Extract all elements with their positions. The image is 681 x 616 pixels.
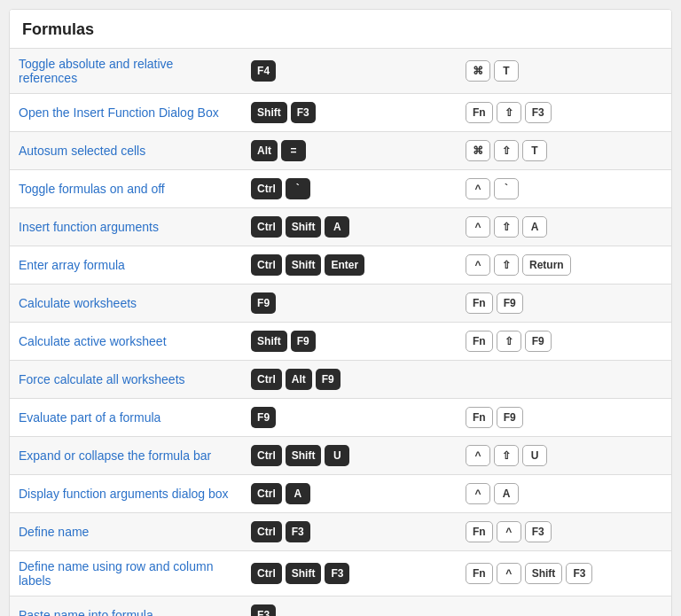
- key-badge: Ctrl: [251, 178, 282, 199]
- key-badge: F9: [291, 331, 316, 352]
- primary-keys: CtrlShiftA: [242, 208, 457, 246]
- table-row: Force calculate all worksheetsCtrlAltF9: [10, 361, 671, 399]
- alt-key-badge: T: [522, 140, 547, 161]
- key-badge: F4: [251, 60, 276, 82]
- alt-key-badge: Fn: [466, 331, 493, 352]
- key-badge: U: [325, 445, 349, 466]
- key-badge: Ctrl: [251, 521, 282, 542]
- alt-key-badge: Fn: [466, 407, 493, 428]
- alt-key-badge: ^: [497, 563, 521, 584]
- primary-keys: CtrlF3: [242, 513, 457, 551]
- alt-key-badge: F9: [497, 292, 523, 314]
- table-row: Define nameCtrlF3Fn^F3: [10, 513, 671, 551]
- alt-keys: ^⇧Return: [457, 246, 671, 285]
- key-badge: Shift: [286, 445, 322, 466]
- alt-key-badge: Fn: [466, 292, 493, 314]
- alt-key-badge: ⇧: [497, 102, 521, 123]
- key-badge: Shift: [286, 563, 322, 584]
- shortcut-label: Calculate active worksheet: [10, 323, 242, 361]
- table-row: Evaluate part of a formulaF9FnF9: [10, 399, 671, 437]
- alt-keys: FnF9: [457, 399, 671, 437]
- key-badge: F9: [251, 292, 276, 314]
- alt-key-badge: T: [494, 60, 519, 82]
- alt-key-badge: ⌘: [466, 60, 490, 82]
- key-badge: Enter: [325, 254, 364, 276]
- key-badge: Ctrl: [251, 563, 282, 584]
- key-badge: Shift: [251, 331, 287, 352]
- key-badge: A: [286, 483, 310, 504]
- table-row: Define name using row and column labelsC…: [10, 551, 671, 597]
- table-row: Paste name into formulaF3: [10, 597, 671, 617]
- shortcut-label: Open the Insert Function Dialog Box: [10, 94, 242, 132]
- primary-keys: CtrlA: [242, 475, 457, 513]
- key-badge: A: [325, 216, 349, 238]
- table-row: Expand or collapse the formula barCtrlSh…: [10, 437, 671, 475]
- key-badge: F3: [291, 102, 316, 123]
- key-badge: Alt: [251, 140, 278, 161]
- table-row: Display function arguments dialog boxCtr…: [10, 475, 671, 513]
- alt-keys: ^A: [457, 475, 671, 513]
- primary-keys: ShiftF9: [242, 323, 457, 361]
- shortcut-label: Autosum selected cells: [10, 132, 242, 170]
- alt-key-badge: ^: [466, 254, 490, 276]
- key-badge: F9: [316, 369, 340, 390]
- alt-keys: ^⇧U: [457, 437, 671, 475]
- alt-key-badge: ⇧: [494, 254, 519, 276]
- table-row: Open the Insert Function Dialog BoxShift…: [10, 94, 671, 132]
- key-badge: Alt: [286, 369, 312, 390]
- primary-keys: Ctrl`: [242, 170, 457, 208]
- alt-keys: Fn^F3: [457, 513, 671, 551]
- alt-key-badge: F9: [497, 407, 523, 428]
- shortcut-label: Expand or collapse the formula bar: [10, 437, 242, 475]
- alt-key-badge: F9: [525, 331, 552, 352]
- alt-key-badge: F3: [566, 563, 592, 584]
- key-badge: Shift: [286, 254, 322, 276]
- alt-key-badge: ⇧: [494, 216, 519, 238]
- alt-key-badge: Fn: [466, 102, 493, 123]
- primary-keys: F9: [242, 285, 457, 323]
- alt-key-badge: F3: [525, 102, 552, 123]
- key-badge: Ctrl: [251, 445, 282, 466]
- alt-keys: ⌘T: [457, 49, 671, 94]
- formulas-container: Formulas Toggle absolute and relative re…: [9, 9, 672, 616]
- alt-key-badge: Return: [522, 254, 571, 276]
- alt-key-badge: ^: [466, 216, 490, 238]
- shortcut-label: Toggle formulas on and off: [10, 170, 242, 208]
- alt-key-badge: ^: [466, 178, 490, 199]
- alt-key-badge: ⇧: [494, 445, 519, 466]
- alt-key-badge: A: [494, 483, 519, 504]
- primary-keys: CtrlShiftU: [242, 437, 457, 475]
- table-row: Calculate worksheetsF9FnF9: [10, 285, 671, 323]
- shortcut-label: Display function arguments dialog box: [10, 475, 242, 513]
- alt-keys: ^⇧A: [457, 208, 671, 246]
- table-row: Calculate active worksheetShiftF9Fn⇧F9: [10, 323, 671, 361]
- shortcut-label: Force calculate all worksheets: [10, 361, 242, 399]
- primary-keys: CtrlShiftF3: [242, 551, 457, 597]
- alt-key-badge: ^: [466, 445, 490, 466]
- shortcut-label: Calculate worksheets: [10, 285, 242, 323]
- primary-keys: CtrlShiftEnter: [242, 246, 457, 285]
- shortcuts-table: Toggle absolute and relative referencesF…: [10, 48, 671, 616]
- key-badge: F3: [325, 563, 349, 584]
- shortcut-label: Define name using row and column labels: [10, 551, 242, 597]
- shortcut-label: Toggle absolute and relative references: [10, 49, 242, 94]
- alt-keys: [457, 361, 671, 399]
- alt-keys: [457, 597, 671, 617]
- alt-key-badge: ^: [466, 483, 490, 504]
- key-badge: F3: [286, 521, 310, 542]
- primary-keys: F3: [242, 597, 457, 617]
- alt-key-badge: U: [522, 445, 547, 466]
- key-badge: `: [286, 178, 310, 199]
- primary-keys: F4: [242, 49, 457, 94]
- alt-key-badge: Shift: [525, 563, 563, 584]
- alt-key-badge: ⇧: [497, 331, 521, 352]
- alt-key-badge: ⌘: [466, 140, 490, 161]
- alt-key-badge: F3: [525, 521, 552, 542]
- alt-keys: FnF9: [457, 285, 671, 323]
- key-badge: Ctrl: [251, 254, 282, 276]
- alt-key-badge: `: [494, 178, 519, 199]
- primary-keys: Alt=: [242, 132, 457, 170]
- shortcut-label: Evaluate part of a formula: [10, 399, 242, 437]
- table-row: Enter array formulaCtrlShiftEnter^⇧Retur…: [10, 246, 671, 285]
- alt-key-badge: A: [522, 216, 547, 238]
